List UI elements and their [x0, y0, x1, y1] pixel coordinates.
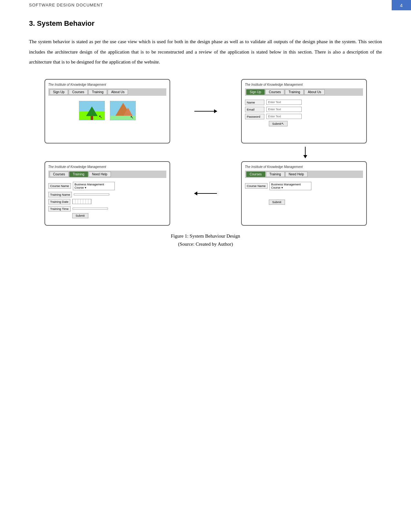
figure-source: (Source: Created by Author)	[29, 241, 382, 247]
v-arrow-line	[305, 147, 306, 158]
figure-caption: Figure 1: System Behaviour Design	[29, 233, 382, 239]
system-diagram: The Institute of Knowledge Management Si…	[29, 79, 382, 226]
nav-signup: Sign Up	[50, 89, 68, 95]
wf-bl-nav: Courses Training Need Help	[48, 171, 166, 178]
wf-tr-name-input: Enter Text	[266, 100, 302, 105]
nav-bl-training: Training	[69, 172, 88, 177]
wf-bl-traindate-input	[72, 199, 92, 204]
nav-training: Training	[88, 89, 107, 95]
wf-bl-course-row: Course Name Business Management Course ▾	[48, 182, 166, 190]
wf-br-course-row: Course Name Business Management Course ▾	[245, 182, 363, 190]
wf-tr-password-input: Enter Text	[266, 114, 302, 119]
arrow-line-right	[194, 111, 217, 112]
wf-br-submit-row: Submit	[245, 200, 363, 205]
vertical-arrows	[44, 143, 367, 161]
nav-tr-signup: Sign Up	[246, 89, 265, 95]
wf-tl-nav: Sign Up Courses Training About Us	[48, 88, 166, 96]
wf-tl-images: ↖ ↖	[48, 98, 166, 123]
wf-br-submit-btn: Submit	[269, 200, 285, 205]
nav-courses: Courses	[69, 89, 88, 95]
wf-bl-trainname-label: Training Name	[48, 192, 72, 197]
wireframe-bottom-right: The Institute of Knowledge Management Co…	[241, 161, 367, 226]
wf-tr-submit-btn: Submit↖	[269, 121, 288, 126]
page-number: 4	[392, 0, 411, 10]
arrow-left-bottom	[186, 193, 225, 194]
wf-bl-submit-row: Submit	[48, 213, 166, 218]
wf-tr-email-label: Email	[245, 107, 264, 112]
diagram-row-1: The Institute of Knowledge Management Si…	[44, 79, 367, 143]
wf-br-nav: Courses Training Need Help	[245, 171, 363, 178]
arrow-right-top	[186, 111, 225, 112]
nav-bl-courses: Courses	[50, 172, 69, 177]
wireframe-bottom-left: The Institute of Knowledge Management Co…	[44, 161, 170, 226]
wf-tr-title: The Institute of Knowledge Management	[245, 83, 363, 86]
wf-bl-submit-btn: Submit	[72, 213, 88, 218]
wf-bl-trainname-row: Training Name	[48, 192, 166, 197]
wf-tr-email-input: Enter Text	[266, 107, 302, 112]
wf-bl-traintime-input	[73, 208, 108, 210]
wf-br-course-select: Business Management Course ▾	[269, 182, 311, 190]
wf-tl-title: The Institute of Knowledge Management	[48, 83, 166, 86]
diagram-row-2: The Institute of Knowledge Management Co…	[44, 161, 367, 226]
v-arrow-right	[305, 147, 306, 158]
wf-tr-password-label: Password	[245, 114, 264, 119]
section-body: The system behavior is stated as per the…	[29, 37, 382, 67]
nav-bl-needhelp: Need Help	[89, 172, 111, 177]
nav-tr-training: Training	[285, 89, 304, 95]
nav-br-training: Training	[266, 172, 285, 177]
nav-br-needhelp: Need Help	[285, 172, 308, 177]
wf-tr-nav: Sign Up Courses Training About Us	[245, 88, 363, 96]
wf-bl-trainname-input	[74, 193, 109, 195]
wf-image-mountain: ↖	[110, 101, 136, 120]
wf-bl-course-select: Business Management Course ▾	[73, 182, 115, 190]
wf-bl-traindate-label: Training Date	[48, 199, 71, 204]
wf-br-course-label: Course Name	[245, 183, 268, 189]
wf-tr-submit-row: Submit↖	[245, 121, 363, 126]
wf-image-tree: ↖	[79, 101, 105, 120]
wf-tr-password-row: Password Enter Text	[245, 114, 363, 119]
wf-bl-course-label: Course Name	[48, 183, 71, 189]
wf-br-title: The Institute of Knowledge Management	[245, 165, 363, 169]
wf-tr-name-row: Name Enter Text	[245, 100, 363, 105]
wf-bl-traintime-label: Training Time	[48, 206, 71, 212]
arrow-line-left	[194, 193, 217, 194]
wf-bl-title: The Institute of Knowledge Management	[48, 165, 166, 169]
wf-bl-traintime-row: Training Time	[48, 206, 166, 212]
cursor-icon: ↖	[99, 114, 103, 119]
nav-tr-courses: Courses	[265, 89, 284, 95]
cursor-icon-2: ↖	[130, 115, 135, 119]
nav-about: About Us	[108, 89, 128, 95]
wf-tr-name-label: Name	[245, 100, 264, 105]
wf-bl-traindate-row: Training Date	[48, 199, 166, 204]
nav-tr-about: About Us	[304, 89, 325, 95]
doc-title: SOFTWARE DESIGN DOCUMENT	[29, 3, 103, 7]
section-heading: 3. System Behavior	[29, 19, 382, 28]
wf-tr-email-row: Email Enter Text	[245, 107, 363, 112]
wireframe-top-right: The Institute of Knowledge Management Si…	[241, 79, 367, 143]
wireframe-top-left: The Institute of Knowledge Management Si…	[44, 79, 170, 143]
nav-br-courses: Courses	[246, 172, 265, 177]
